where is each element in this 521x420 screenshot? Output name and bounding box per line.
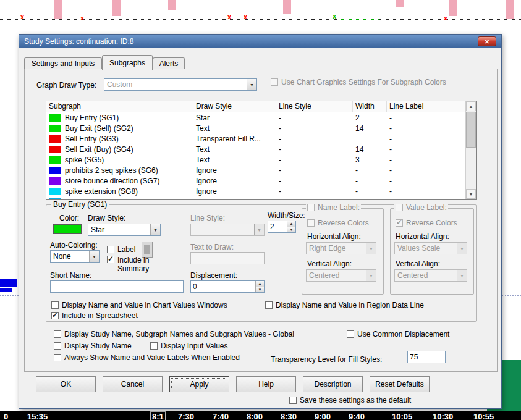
checkbox-label: Display Input Values — [161, 342, 228, 350]
table-row[interactable]: Buy Entry (SG1)Star-2- — [46, 112, 467, 123]
checkbox-label: Always Show Name and Value Labels When E… — [64, 353, 240, 362]
cell-draw-style: Text — [193, 145, 276, 154]
name-reverse-colors-checkbox: Reverse Colors — [307, 219, 369, 227]
checkbox-box — [107, 256, 114, 263]
name-horizontal-align-value: Right Edge — [307, 243, 366, 254]
cell-draw-style: Text — [193, 156, 276, 164]
name-horizontal-align-select: Right Edge ▼ — [306, 242, 376, 254]
text-to-draw-label: Text to Draw: — [190, 243, 234, 251]
scroll-up-icon[interactable]: ▲ — [466, 101, 476, 111]
checkbox-label: Display Name and Value in Region Data Li… — [276, 301, 424, 309]
text-to-draw-field — [190, 252, 265, 264]
time-label: 10:30 — [433, 412, 453, 420]
display-study-name-checkbox[interactable]: Display Study Name — [54, 342, 132, 350]
spinner-up-icon[interactable]: ▲ — [256, 281, 264, 287]
auto-coloring-select[interactable]: None ▼ — [50, 250, 100, 262]
tab-alerts[interactable]: Alerts — [153, 57, 185, 69]
value-vertical-align-select: Centered ▼ — [394, 269, 467, 282]
time-label: 10:05 — [392, 412, 412, 420]
table-row[interactable]: prohibits 2 consecutive (SG9)Ignore--- — [46, 196, 467, 200]
table-row[interactable]: prohibits 2 seq spikes (SG6)Ignore--- — [46, 165, 467, 175]
price-bar — [283, 0, 291, 14]
table-row[interactable]: Sell Entry (SG3)Transparent Fill R...-- — [46, 133, 467, 144]
always-show-labels-checkbox[interactable]: Always Show Name and Value Labels When E… — [54, 353, 240, 362]
draw-style-select[interactable]: Star ▼ — [88, 224, 161, 236]
width-size-stepper[interactable]: 2 ▲ ▼ — [268, 220, 296, 233]
short-name-field[interactable] — [50, 280, 184, 293]
dialog-title: Study Settings: continuation. ID:8 — [24, 37, 133, 46]
table-scrollbar[interactable]: ▲ ▼ — [465, 101, 476, 199]
table-header: Subgraph Draw Style Line Style Width Lin… — [46, 101, 467, 112]
cell-line-label: - — [387, 177, 467, 185]
description-button[interactable]: Description — [303, 376, 363, 392]
time-label: 8:1 — [150, 411, 166, 420]
global-names-checkbox[interactable]: Display Study Name, Subgraph Names and S… — [54, 330, 294, 338]
spinner-down-icon[interactable]: ▼ — [287, 227, 295, 233]
name-horizontal-align-label: Horizontal Align: — [307, 232, 361, 241]
subgraph-name: spike extension (SG8) — [65, 187, 138, 196]
subgraph-color-swatch — [49, 177, 61, 185]
display-input-values-checkbox[interactable]: Display Input Values — [150, 342, 228, 350]
display-region-data-checkbox[interactable]: Display Name and Value in Region Data Li… — [265, 301, 424, 309]
price-bar — [168, 0, 176, 10]
tab-subgraphs[interactable]: Subgraphs — [102, 55, 153, 70]
close-button[interactable]: ✕ — [478, 36, 496, 46]
subgraph-color-swatch — [49, 146, 61, 153]
cell-line-label: - — [387, 166, 467, 175]
dialog-titlebar[interactable]: Study Settings: continuation. ID:8 — [19, 35, 501, 48]
graph-draw-type-select: Custom ▼ — [104, 78, 257, 91]
checkbox-label: Display Name and Value in Chart Values W… — [62, 301, 227, 309]
time-label: 0 — [4, 412, 8, 420]
spinner-down-icon[interactable]: ▼ — [256, 287, 264, 293]
value-label-checkbox: Value Label: — [394, 203, 448, 212]
cell-width: 14 — [353, 145, 387, 154]
checkbox-box — [307, 204, 315, 211]
subgraph-color-swatch — [49, 167, 61, 174]
tab-settings-and-inputs[interactable]: Settings and Inputs — [24, 57, 102, 69]
scrollbar-thumb[interactable] — [466, 112, 476, 148]
table-row[interactable]: spike extension (SG8)Ignore--- — [46, 186, 467, 196]
help-button[interactable]: Help — [236, 376, 296, 392]
include-in-summary-checkbox[interactable]: Include in Summary — [107, 256, 157, 274]
transparency-field[interactable] — [407, 351, 446, 363]
cell-draw-style: Star — [193, 114, 276, 122]
cell-width: 3 — [353, 156, 387, 164]
cell-width: 2 — [353, 114, 387, 122]
color-button[interactable] — [53, 224, 82, 234]
cell-line-style: - — [276, 198, 353, 200]
displacement-stepper[interactable]: 0 ▲ ▼ — [190, 280, 265, 293]
cell-subgraph: Buy Exit (Sell) (SG2) — [46, 124, 193, 133]
reset-defaults-button[interactable]: Reset Defaults — [370, 376, 430, 392]
green-dashed-segment — [341, 19, 379, 20]
cell-width: - — [353, 198, 387, 200]
use-common-displacement-checkbox[interactable]: Use Common Displacement — [347, 330, 449, 338]
price-bar — [396, 0, 404, 7]
apply-button[interactable]: Apply — [169, 376, 229, 392]
save-as-default-checkbox[interactable]: Save these settings as the default — [289, 396, 411, 405]
subgraph-name: spike (SG5) — [65, 156, 104, 164]
table-row[interactable]: Buy Exit (Sell) (SG2)Text-14- — [46, 123, 467, 133]
checkbox-box — [51, 301, 59, 309]
cell-subgraph: store bounce direction (SG7) — [46, 177, 193, 185]
table-row[interactable]: spike (SG5)Text-3- — [46, 154, 467, 165]
time-label: 8:30 — [281, 412, 297, 420]
transparency-label: Transparency Level for Fill Styles: — [271, 355, 382, 364]
cell-subgraph: Sell Exit (Buy) (SG4) — [46, 145, 193, 154]
cell-line-label: - — [387, 145, 467, 154]
cell-subgraph: Buy Entry (SG1) — [46, 114, 193, 122]
checkbox-box — [107, 246, 114, 253]
table-row[interactable]: store bounce direction (SG7)Ignore--- — [46, 175, 467, 186]
checkbox-box — [396, 204, 403, 211]
spinner-up-icon[interactable]: ▲ — [287, 221, 295, 227]
column-header-line-label: Line Label — [387, 101, 467, 112]
table-row[interactable]: Sell Exit (Buy) (SG4)Text-14- — [46, 144, 467, 154]
scroll-down-icon[interactable]: ▼ — [466, 189, 476, 199]
label-checkbox[interactable]: Label — [107, 245, 135, 254]
include-in-spreadsheet-checkbox[interactable]: Include in Spreadsheet — [51, 311, 138, 320]
value-label-group: Value Label: Reverse Colors Horizontal A… — [390, 208, 474, 295]
ok-button[interactable]: OK — [36, 376, 96, 392]
subgraph-color-swatch — [49, 125, 61, 132]
display-chart-values-checkbox[interactable]: Display Name and Value in Chart Values W… — [51, 301, 227, 309]
cell-subgraph: Sell Entry (SG3) — [46, 135, 193, 143]
cancel-button[interactable]: Cancel — [103, 376, 163, 392]
